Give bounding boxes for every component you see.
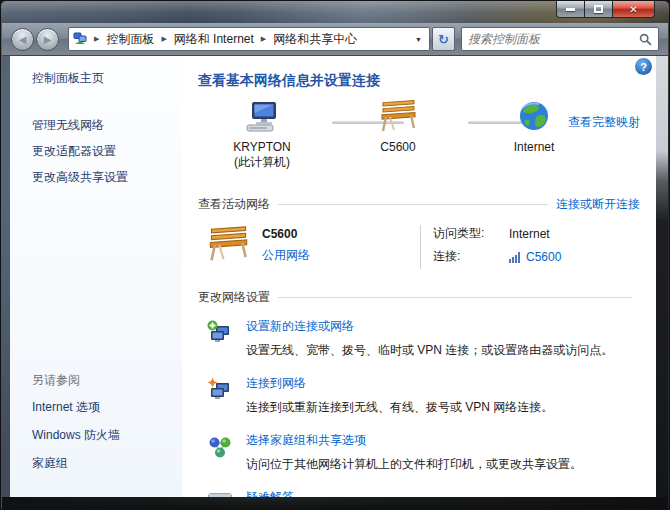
breadcrumb-network-internet[interactable]: 网络和 Internet (172, 29, 256, 50)
map-node-label: Internet (474, 140, 594, 154)
map-node-label: KRYPTON (202, 140, 322, 154)
sidebar-item-change-adapter[interactable]: 更改适配器设置 (32, 143, 116, 160)
connection-label: 连接: (433, 248, 495, 265)
connection-network-name: C5600 (526, 250, 561, 264)
window-right-border (656, 56, 668, 509)
map-node-network[interactable]: C5600 (338, 100, 458, 154)
connect-to-network-link[interactable]: 连接到网络 (246, 375, 306, 392)
public-network-link[interactable]: 公用网络 (262, 247, 310, 264)
setup-new-connection-desc: 设置无线、宽带、拨号、临时或 VPN 连接；或设置路由器或访问点。 (246, 342, 613, 359)
window-controls: ✕ (556, 1, 655, 18)
map-node-sublabel: (此计算机) (202, 154, 322, 171)
breadcrumb-separator[interactable]: ▶ (256, 35, 271, 43)
setup-new-connection-text: 设置新的连接或网络 设置无线、宽带、拨号、临时或 VPN 连接；或设置路由器或访… (246, 318, 613, 359)
sidebar-item-internet-options[interactable]: Internet 选项 (32, 399, 100, 416)
connect-network-icon[interactable] (206, 375, 246, 416)
network-settings-header-row: 更改网络设置 (198, 289, 640, 306)
breadcrumb-control-panel[interactable]: 控制面板 (104, 29, 156, 50)
connect-to-network-item: 连接到网络 连接到或重新连接到无线、有线、拨号或 VPN 网络连接。 (206, 375, 640, 416)
access-type-value: Internet (509, 227, 550, 241)
bench-icon[interactable] (206, 225, 250, 265)
sidebar-item-homegroup[interactable]: 家庭组 (32, 455, 68, 472)
connect-to-network-text: 连接到网络 连接到或重新连接到无线、有线、拨号或 VPN 网络连接。 (246, 375, 553, 416)
homegroup-sharing-link[interactable]: 选择家庭组和共享选项 (246, 432, 366, 449)
new-connection-icon[interactable] (206, 318, 246, 359)
sidebar-see-also: 另请参阅 Internet 选项 Windows 防火墙 家庭组 (32, 372, 120, 483)
forward-icon: ▶ (44, 34, 52, 45)
connection-link[interactable]: C5600 (509, 250, 561, 264)
maximize-icon (594, 5, 603, 13)
troubleshoot-icon[interactable] (206, 489, 246, 497)
page-title: 查看基本网络信息并设置连接 (198, 72, 640, 90)
divider-line (420, 225, 421, 269)
bench-icon (378, 100, 418, 134)
navigation-toolbar: ◀ ▶ ▶ 控制面板 ▶ 网络和 Internet ▶ 网络和共享中心 ▼ ↻ (2, 23, 668, 56)
window-bottom-border (2, 497, 668, 509)
close-icon: ✕ (629, 4, 637, 15)
back-button[interactable]: ◀ (11, 28, 34, 51)
address-dropdown-icon[interactable]: ▼ (410, 36, 427, 43)
map-node-label: C5600 (338, 140, 458, 154)
divider-line (278, 297, 632, 298)
help-icon[interactable]: ? (635, 58, 652, 75)
back-icon: ◀ (19, 34, 27, 45)
setup-new-connection-link[interactable]: 设置新的连接或网络 (246, 318, 354, 335)
connect-to-network-desc: 连接到或重新连接到无线、有线、拨号或 VPN 网络连接。 (246, 399, 553, 416)
active-network-card: C5600 公用网络 访问类型: Internet 连接: (206, 225, 640, 271)
network-map: KRYPTON (此计算机) (198, 100, 640, 188)
active-networks-header-row: 查看活动网络 连接或断开连接 (198, 196, 640, 213)
refresh-icon: ↻ (438, 32, 449, 47)
location-icon (73, 32, 87, 46)
connect-disconnect-link[interactable]: 连接或断开连接 (556, 196, 640, 213)
setup-new-connection-item: 设置新的连接或网络 设置无线、宽带、拨号、临时或 VPN 连接；或设置路由器或访… (206, 318, 640, 359)
refresh-button[interactable]: ↻ (432, 27, 455, 51)
minimize-button[interactable] (556, 1, 585, 18)
homegroup-sharing-text: 选择家庭组和共享选项 访问位于其他网络计算机上的文件和打印机，或更改共享设置。 (246, 432, 582, 473)
wireless-signal-icon (509, 251, 522, 263)
computer-icon (243, 100, 281, 134)
troubleshoot-link[interactable]: 疑难解答 (246, 489, 294, 497)
network-sharing-center-window: ✕ ◀ ▶ ▶ 控制面板 ▶ 网络和 Internet ▶ 网络和共享中心 ▼ … (0, 0, 670, 510)
network-settings-header: 更改网络设置 (198, 289, 270, 306)
search-input[interactable] (468, 32, 639, 46)
forward-button[interactable]: ▶ (36, 28, 59, 51)
breadcrumb-separator[interactable]: ▶ (156, 35, 171, 43)
see-also-header: 另请参阅 (32, 372, 120, 389)
active-networks-header: 查看活动网络 (198, 196, 270, 213)
divider-line (278, 204, 548, 205)
close-button[interactable]: ✕ (613, 1, 655, 18)
maximize-button[interactable] (585, 1, 613, 18)
breadcrumb-separator[interactable]: ▶ (89, 35, 104, 43)
minimize-icon (566, 8, 575, 11)
homegroup-sharing-item: 选择家庭组和共享选项 访问位于其他网络计算机上的文件和打印机，或更改共享设置。 (206, 432, 640, 473)
content-area: 控制面板主页 管理无线网络 更改适配器设置 更改高级共享设置 另请参阅 Inte… (10, 56, 656, 497)
breadcrumb-network-sharing-center[interactable]: 网络和共享中心 (271, 29, 359, 50)
access-type-label: 访问类型: (433, 225, 495, 242)
sidebar-item-windows-firewall[interactable]: Windows 防火墙 (32, 427, 120, 444)
sidebar-item-control-panel-home[interactable]: 控制面板主页 (32, 70, 104, 87)
sidebar-item-advanced-sharing[interactable]: 更改高级共享设置 (32, 169, 128, 186)
homegroup-icon[interactable] (206, 432, 246, 473)
troubleshoot-item: 疑难解答 诊断并修复网络问题，或获得故障排除信息。 (206, 489, 640, 497)
main-panel: ? 查看基本网络信息并设置连接 (182, 56, 656, 497)
globe-icon (517, 100, 551, 134)
address-bar[interactable]: ▶ 控制面板 ▶ 网络和 Internet ▶ 网络和共享中心 ▼ (68, 27, 430, 51)
see-full-map-link[interactable]: 查看完整映射 (568, 114, 640, 131)
troubleshoot-text: 疑难解答 诊断并修复网络问题，或获得故障排除信息。 (246, 489, 486, 497)
search-box (461, 27, 659, 51)
active-network-summary: C5600 公用网络 (206, 225, 420, 265)
map-node-computer[interactable]: KRYPTON (此计算机) (202, 100, 322, 171)
active-network-details: 访问类型: Internet 连接: (433, 225, 561, 271)
sidebar: 控制面板主页 管理无线网络 更改适配器设置 更改高级共享设置 另请参阅 Inte… (10, 56, 182, 497)
homegroup-sharing-desc: 访问位于其他网络计算机上的文件和打印机，或更改共享设置。 (246, 456, 582, 473)
search-icon (639, 33, 652, 46)
sidebar-item-manage-wireless[interactable]: 管理无线网络 (32, 117, 104, 134)
active-network-name: C5600 (262, 227, 310, 241)
